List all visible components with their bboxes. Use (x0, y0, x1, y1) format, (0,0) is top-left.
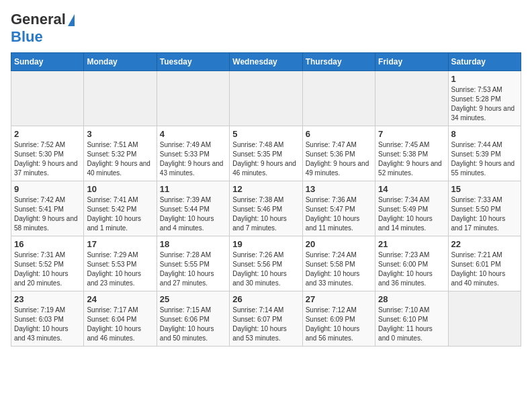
day-number: 27 (306, 294, 372, 304)
day-number: 6 (306, 129, 372, 139)
weekday-header: Wednesday (230, 53, 302, 71)
day-info: Sunrise: 7:48 AM Sunset: 5:35 PM Dayligh… (232, 140, 299, 178)
calendar-table: SundayMondayTuesdayWednesdayThursdayFrid… (11, 52, 521, 347)
logo-general: General (11, 11, 66, 28)
day-number: 2 (14, 129, 81, 139)
calendar-day-cell (302, 71, 375, 126)
day-info: Sunrise: 7:29 AM Sunset: 5:53 PM Dayligh… (87, 250, 153, 288)
calendar-day-cell: 2Sunrise: 7:52 AM Sunset: 5:30 PM Daylig… (11, 126, 84, 181)
day-number: 13 (306, 184, 372, 194)
day-number: 5 (232, 129, 299, 139)
day-number: 14 (378, 184, 445, 194)
day-info: Sunrise: 7:33 AM Sunset: 5:50 PM Dayligh… (451, 195, 518, 233)
day-number: 28 (378, 294, 445, 304)
day-number: 19 (232, 239, 299, 249)
day-info: Sunrise: 7:28 AM Sunset: 5:55 PM Dayligh… (160, 250, 226, 288)
day-info: Sunrise: 7:36 AM Sunset: 5:47 PM Dayligh… (306, 195, 372, 233)
calendar-week-row: 16Sunrise: 7:31 AM Sunset: 5:52 PM Dayli… (11, 236, 521, 291)
weekday-header: Saturday (448, 53, 521, 71)
day-number: 17 (87, 239, 153, 249)
day-info: Sunrise: 7:15 AM Sunset: 6:06 PM Dayligh… (160, 306, 226, 343)
day-info: Sunrise: 7:19 AM Sunset: 6:03 PM Dayligh… (14, 306, 81, 343)
day-number: 11 (160, 184, 226, 194)
calendar-day-cell: 4Sunrise: 7:49 AM Sunset: 5:33 PM Daylig… (157, 126, 229, 181)
page-header: General Blue (11, 11, 521, 46)
calendar-day-cell: 14Sunrise: 7:34 AM Sunset: 5:49 PM Dayli… (375, 181, 448, 236)
day-info: Sunrise: 7:41 AM Sunset: 5:42 PM Dayligh… (87, 195, 153, 233)
calendar-day-cell (11, 71, 84, 126)
calendar-body: 1Sunrise: 7:53 AM Sunset: 5:28 PM Daylig… (11, 71, 521, 347)
day-info: Sunrise: 7:26 AM Sunset: 5:56 PM Dayligh… (232, 250, 299, 288)
calendar-day-cell: 15Sunrise: 7:33 AM Sunset: 5:50 PM Dayli… (448, 181, 521, 236)
calendar-day-cell: 5Sunrise: 7:48 AM Sunset: 5:35 PM Daylig… (230, 126, 302, 181)
calendar-week-row: 9Sunrise: 7:42 AM Sunset: 5:41 PM Daylig… (11, 181, 521, 236)
day-number: 25 (160, 294, 226, 304)
calendar-day-cell: 9Sunrise: 7:42 AM Sunset: 5:41 PM Daylig… (11, 181, 84, 236)
calendar-week-row: 1Sunrise: 7:53 AM Sunset: 5:28 PM Daylig… (11, 71, 521, 126)
day-number: 23 (14, 294, 81, 304)
day-info: Sunrise: 7:17 AM Sunset: 6:04 PM Dayligh… (87, 306, 153, 343)
day-info: Sunrise: 7:23 AM Sunset: 6:00 PM Dayligh… (378, 250, 445, 288)
calendar-day-cell: 23Sunrise: 7:19 AM Sunset: 6:03 PM Dayli… (11, 291, 84, 347)
calendar-day-cell: 28Sunrise: 7:10 AM Sunset: 6:10 PM Dayli… (375, 291, 448, 347)
day-info: Sunrise: 7:42 AM Sunset: 5:41 PM Dayligh… (14, 195, 81, 233)
day-number: 9 (14, 184, 81, 194)
calendar-day-cell: 18Sunrise: 7:28 AM Sunset: 5:55 PM Dayli… (157, 236, 229, 291)
calendar-day-cell: 26Sunrise: 7:14 AM Sunset: 6:07 PM Dayli… (230, 291, 302, 347)
weekday-header: Thursday (302, 53, 375, 71)
logo-blue: Blue (11, 28, 43, 45)
calendar-day-cell: 20Sunrise: 7:24 AM Sunset: 5:58 PM Dayli… (302, 236, 375, 291)
day-info: Sunrise: 7:24 AM Sunset: 5:58 PM Dayligh… (306, 250, 372, 288)
day-number: 22 (451, 239, 518, 249)
calendar-day-cell: 13Sunrise: 7:36 AM Sunset: 5:47 PM Dayli… (302, 181, 375, 236)
day-number: 8 (451, 129, 518, 139)
day-number: 12 (232, 184, 299, 194)
calendar-day-cell: 16Sunrise: 7:31 AM Sunset: 5:52 PM Dayli… (11, 236, 84, 291)
calendar-day-cell: 11Sunrise: 7:39 AM Sunset: 5:44 PM Dayli… (157, 181, 229, 236)
calendar-day-cell: 7Sunrise: 7:45 AM Sunset: 5:38 PM Daylig… (375, 126, 448, 181)
day-info: Sunrise: 7:53 AM Sunset: 5:28 PM Dayligh… (451, 85, 518, 123)
calendar-week-row: 23Sunrise: 7:19 AM Sunset: 6:03 PM Dayli… (11, 291, 521, 347)
weekday-header: Friday (375, 53, 448, 71)
day-info: Sunrise: 7:52 AM Sunset: 5:30 PM Dayligh… (14, 140, 81, 178)
calendar-day-cell: 12Sunrise: 7:38 AM Sunset: 5:46 PM Dayli… (230, 181, 302, 236)
day-info: Sunrise: 7:14 AM Sunset: 6:07 PM Dayligh… (232, 306, 299, 343)
calendar-day-cell: 24Sunrise: 7:17 AM Sunset: 6:04 PM Dayli… (84, 291, 157, 347)
calendar-day-cell (448, 291, 521, 347)
day-info: Sunrise: 7:10 AM Sunset: 6:10 PM Dayligh… (378, 306, 445, 343)
day-info: Sunrise: 7:39 AM Sunset: 5:44 PM Dayligh… (160, 195, 226, 233)
calendar-day-cell: 3Sunrise: 7:51 AM Sunset: 5:32 PM Daylig… (84, 126, 157, 181)
day-info: Sunrise: 7:49 AM Sunset: 5:33 PM Dayligh… (160, 140, 226, 178)
calendar-day-cell (84, 71, 157, 126)
day-number: 24 (87, 294, 153, 304)
calendar-day-cell: 19Sunrise: 7:26 AM Sunset: 5:56 PM Dayli… (230, 236, 302, 291)
weekday-header: Sunday (11, 53, 84, 71)
calendar-day-cell (157, 71, 229, 126)
day-info: Sunrise: 7:21 AM Sunset: 6:01 PM Dayligh… (451, 250, 518, 288)
day-number: 18 (160, 239, 226, 249)
day-info: Sunrise: 7:38 AM Sunset: 5:46 PM Dayligh… (232, 195, 299, 233)
calendar-day-cell: 27Sunrise: 7:12 AM Sunset: 6:09 PM Dayli… (302, 291, 375, 347)
day-number: 3 (87, 129, 153, 139)
calendar-day-cell (375, 71, 448, 126)
calendar-header: SundayMondayTuesdayWednesdayThursdayFrid… (11, 53, 521, 71)
day-info: Sunrise: 7:31 AM Sunset: 5:52 PM Dayligh… (14, 250, 81, 288)
day-number: 15 (451, 184, 518, 194)
calendar-day-cell: 10Sunrise: 7:41 AM Sunset: 5:42 PM Dayli… (84, 181, 157, 236)
calendar-day-cell (230, 71, 302, 126)
logo: General Blue (11, 11, 75, 46)
logo-triangle-icon (68, 14, 75, 26)
weekday-header: Monday (84, 53, 157, 71)
calendar-day-cell: 21Sunrise: 7:23 AM Sunset: 6:00 PM Dayli… (375, 236, 448, 291)
calendar-day-cell: 1Sunrise: 7:53 AM Sunset: 5:28 PM Daylig… (448, 71, 521, 126)
weekday-row: SundayMondayTuesdayWednesdayThursdayFrid… (11, 53, 521, 71)
day-number: 20 (306, 239, 372, 249)
day-number: 10 (87, 184, 153, 194)
day-number: 21 (378, 239, 445, 249)
day-info: Sunrise: 7:47 AM Sunset: 5:36 PM Dayligh… (306, 140, 372, 178)
calendar-week-row: 2Sunrise: 7:52 AM Sunset: 5:30 PM Daylig… (11, 126, 521, 181)
day-number: 16 (14, 239, 81, 249)
day-info: Sunrise: 7:51 AM Sunset: 5:32 PM Dayligh… (87, 140, 153, 178)
day-number: 7 (378, 129, 445, 139)
day-info: Sunrise: 7:34 AM Sunset: 5:49 PM Dayligh… (378, 195, 445, 233)
